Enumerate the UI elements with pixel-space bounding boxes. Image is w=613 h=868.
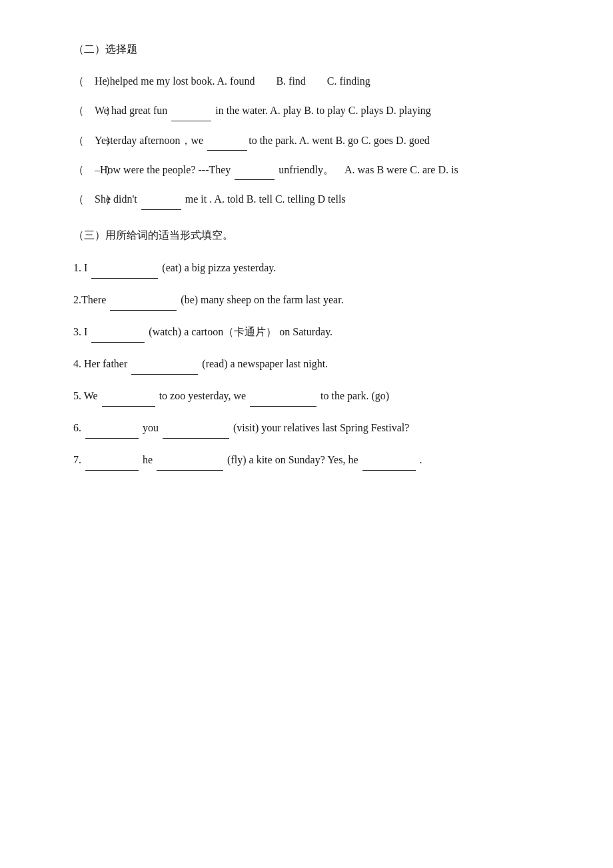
fill-6-num: 6. [73, 422, 81, 433]
q3-text: Yesterday afternoon，we to the park. A. w… [95, 131, 546, 151]
fill-7-mid2: (fly) a kite on Sunday? Yes, he [227, 454, 358, 465]
question-2-2: （ ） We had great fun in the water. A. pl… [73, 101, 546, 121]
fill-6-after: (visit) your relatives last Spring Festi… [233, 422, 409, 433]
fill-4: 4. Her father (read) a newspaper last ni… [73, 353, 546, 375]
q4-text: –How were the people? ---They unfriendly… [95, 160, 546, 180]
q4-blank [235, 168, 275, 180]
section-3: （三）用所给词的适当形式填空。 1. I (eat) a big pizza y… [73, 226, 546, 471]
section-2: （二）选择题 （ ） He helped me my lost book. A.… [73, 40, 546, 210]
fill-1: 1. I (eat) a big pizza yesterday. [73, 257, 546, 279]
fill-7-blank2 [157, 459, 223, 471]
section-3-title: （三）用所给词的适当形式填空。 [73, 226, 546, 245]
question-2-3: （ ） Yesterday afternoon，we to the park. … [73, 131, 546, 151]
fill-7-end: . [420, 454, 422, 465]
q5-text: She didn't me it . A. told B. tell C. te… [95, 189, 546, 209]
fill-5-blank2 [250, 395, 316, 407]
fill-5-after: to the park. (go) [320, 390, 389, 401]
fill-3-num: 3. I [73, 326, 87, 337]
fill-7-mid1: he [143, 454, 153, 465]
section-2-title: （二）选择题 [73, 40, 546, 59]
q2-paren: （ ） [73, 101, 95, 121]
fill-2-blank [110, 299, 177, 311]
fill-7-num: 7. [73, 454, 81, 465]
q1-paren: （ ） [73, 72, 95, 91]
fill-6-blank2 [163, 427, 229, 439]
question-2-5: （ ） She didn't me it . A. told B. tell C… [73, 189, 546, 209]
fill-6-blank1 [85, 427, 139, 439]
question-2-1: （ ） He helped me my lost book. A. found … [73, 71, 546, 91]
fill-7-blank3 [362, 459, 416, 471]
fill-2-after: (be) many sheep on the farm last year. [181, 294, 343, 305]
q3-blank [207, 139, 247, 151]
fill-3-after: (watch) a cartoon（卡通片） on Saturday. [149, 326, 332, 337]
question-2-4: （ ） –How were the people? ---They unfrie… [73, 160, 546, 180]
q5-paren: （ ） [73, 190, 95, 209]
fill-1-after: (eat) a big pizza yesterday. [162, 262, 276, 273]
fill-2-num: 2.There [73, 294, 106, 305]
fill-5: 5. We to zoo yesterday, we to the park. … [73, 385, 546, 407]
fill-1-blank [91, 267, 158, 279]
q5-blank [141, 198, 181, 210]
q4-paren: （ ） [73, 161, 95, 180]
fill-5-num: 5. We [73, 390, 98, 401]
q3-paren: （ ） [73, 131, 95, 151]
fill-2: 2.There (be) many sheep on the farm last… [73, 289, 546, 311]
fill-5-mid: to zoo yesterday, we [159, 390, 246, 401]
q2-text: We had great fun in the water. A. play B… [95, 101, 546, 121]
fill-7-blank1 [85, 459, 139, 471]
fill-4-blank [131, 363, 198, 375]
fill-4-after: (read) a newspaper last night. [202, 358, 328, 369]
fill-6: 6. you (visit) your relatives last Sprin… [73, 417, 546, 439]
fill-5-blank1 [102, 395, 155, 407]
fill-1-num: 1. I [73, 262, 87, 273]
fill-7: 7. he (fly) a kite on Sunday? Yes, he . [73, 449, 546, 471]
fill-3-blank [91, 331, 145, 343]
fill-6-mid: you [143, 422, 159, 433]
fill-4-num: 4. Her father [73, 358, 127, 369]
q1-text: He helped me my lost book. A. found B. f… [95, 71, 546, 91]
fill-3: 3. I (watch) a cartoon（卡通片） on Saturday. [73, 321, 546, 343]
q2-blank [171, 109, 211, 121]
